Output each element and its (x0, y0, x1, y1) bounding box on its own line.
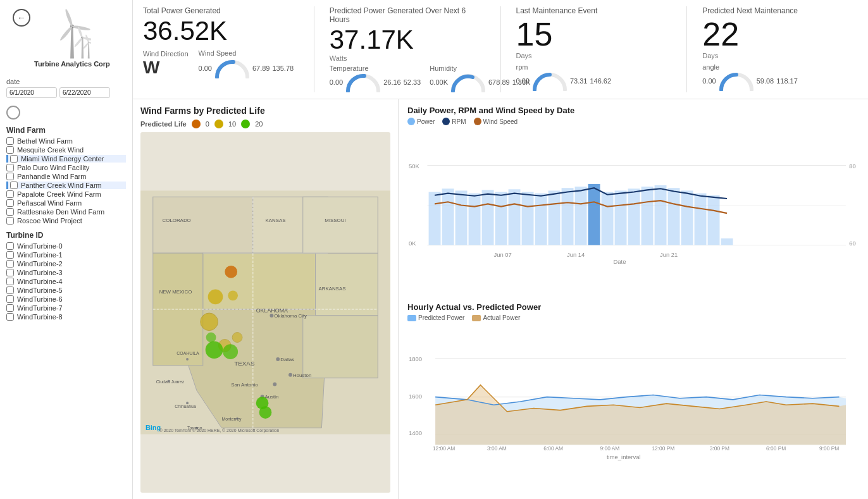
checkbox-bethel[interactable] (6, 137, 14, 145)
filter-label: Rattlesnake Den Wind Farm (17, 208, 104, 216)
temp-min: 0.00 (330, 78, 343, 86)
wind-speed-min: 0.00 (199, 65, 212, 72)
wind-farm-filter: Wind Farm Bethel Wind Farm Mesquite Cree… (0, 123, 132, 228)
humidity-current: 678.89 (488, 78, 510, 86)
checkbox-palo[interactable] (6, 164, 14, 171)
date-end-input[interactable] (59, 87, 110, 98)
svg-marker-5 (81, 39, 84, 58)
filter-turbine-4[interactable]: WindTurbine-4 (6, 278, 126, 285)
svg-text:12:00 PM: 12:00 PM (652, 445, 674, 452)
total-power-value: 36.52K (143, 18, 299, 44)
svg-text:Ciudad Juarez: Ciudad Juarez (156, 379, 185, 384)
legend-label-actual: Actual Power (483, 314, 520, 321)
svg-rect-84 (602, 192, 614, 245)
date-start-input[interactable] (6, 87, 57, 98)
filter-turbine-5[interactable]: WindTurbine-5 (6, 286, 126, 294)
wind-dir-label: Wind Direction (143, 50, 189, 58)
filter-turbine-1[interactable]: WindTurbine-1 (6, 251, 126, 259)
logo-area: ← (0, 5, 132, 75)
svg-point-3 (71, 25, 90, 31)
svg-rect-72 (442, 188, 454, 245)
checkbox-miami[interactable] (10, 155, 18, 163)
checkbox-turbine-7[interactable] (6, 304, 14, 312)
filter-label: Panther Creek Wind Farm (21, 182, 102, 189)
checkbox-papalote[interactable] (6, 190, 14, 198)
metrics-row: Total Power Generated 36.52K Wind Direct… (133, 0, 868, 99)
hourly-chart-legend: Predicted Power Actual Power (407, 314, 859, 321)
svg-text:Dallas: Dallas (280, 357, 294, 362)
filter-roscoe[interactable]: Roscoe Wind Project (6, 217, 126, 225)
filter-papalote[interactable]: Papalote Creek Wind Farm (6, 190, 126, 198)
checkbox-panhandle[interactable] (6, 173, 14, 180)
svg-text:Monterrey: Monterrey (221, 417, 242, 422)
legend-actual: Actual Power (472, 314, 520, 321)
legend-dot-10 (214, 120, 223, 128)
filter-palo[interactable]: Palo Duro Wind Facility (6, 164, 126, 171)
svg-text:1800: 1800 (409, 355, 422, 362)
checkbox-panther[interactable] (10, 182, 18, 189)
temp-label: Temperature (330, 65, 421, 72)
filter-turbine-7[interactable]: WindTurbine-7 (6, 304, 126, 312)
legend-swatch-actual (472, 315, 481, 321)
filter-panhandle[interactable]: Panhandle Wind Farm (6, 173, 126, 180)
windmill-icon (53, 9, 91, 59)
checkbox-turbine-5[interactable] (6, 286, 14, 294)
rpm-label: rpm (516, 63, 672, 71)
checkbox-penascal[interactable] (6, 199, 14, 207)
svg-text:3:00 AM: 3:00 AM (487, 445, 507, 452)
map-container[interactable]: OKLAHOMA TEXAS NEW MEXICO COLORADO KANSA… (140, 132, 390, 493)
checkbox-turbine-3[interactable] (6, 269, 14, 276)
checkbox-mesquite[interactable] (6, 146, 14, 154)
legend-title: Predicted Life (140, 120, 187, 128)
legend-label-0: 0 (206, 120, 209, 128)
filter-mesquite[interactable]: Mesquite Creek Wind (6, 146, 126, 154)
svg-text:9:00 PM: 9:00 PM (819, 445, 839, 452)
checkbox-rattlesnake[interactable] (6, 208, 14, 216)
svg-text:50K: 50K (409, 163, 419, 169)
temp-gauge (345, 72, 381, 92)
filter-turbine-8[interactable]: WindTurbine-8 (6, 313, 126, 321)
next-maintenance-value: 22 (702, 18, 858, 51)
svg-rect-82 (575, 187, 587, 245)
back-button[interactable]: ← (13, 9, 30, 27)
filter-turbine-2[interactable]: WindTurbine-2 (6, 260, 126, 268)
filter-bethel[interactable]: Bethel Wind Farm (6, 137, 126, 145)
svg-point-54 (201, 313, 218, 331)
angle-label: angle (702, 63, 858, 71)
filter-label: WindTurbine-7 (17, 304, 63, 312)
filter-label: Panhandle Wind Farm (17, 173, 86, 180)
svg-text:12:00 AM: 12:00 AM (433, 445, 455, 452)
svg-rect-81 (562, 188, 574, 245)
predicted-power-unit: Watts (330, 54, 485, 62)
filter-turbine-0[interactable]: WindTurbine-0 (6, 242, 126, 250)
filter-panther[interactable]: Panther Creek Wind Farm (6, 182, 126, 189)
rpm-min: 0.00 (516, 77, 530, 85)
svg-text:Oklahoma City: Oklahoma City (274, 313, 307, 319)
filter-turbine-6[interactable]: WindTurbine-6 (6, 295, 126, 303)
filter-miami[interactable]: Miami Wind Energy Center (6, 155, 126, 163)
filter-rattlesnake[interactable]: Rattlesnake Den Wind Farm (6, 208, 126, 216)
daily-chart-title: Daily Power, RPM and Wind Speed by Date (407, 106, 859, 115)
checkbox-turbine-6[interactable] (6, 295, 14, 303)
filter-turbine-3[interactable]: WindTurbine-3 (6, 269, 126, 276)
checkbox-turbine-1[interactable] (6, 251, 14, 259)
svg-text:COAHUILA: COAHUILA (177, 351, 199, 355)
svg-point-52 (208, 289, 223, 304)
svg-text:80: 80 (849, 163, 856, 169)
checkbox-turbine-2[interactable] (6, 260, 14, 268)
next-maintenance-unit: Days (702, 52, 858, 59)
checkbox-turbine-4[interactable] (6, 278, 14, 285)
checkbox-turbine-8[interactable] (6, 313, 14, 321)
legend-dot-windspeed (474, 118, 481, 125)
predicted-power-block: Predicted Power Generated Over Next 6 Ho… (330, 6, 485, 92)
radio-toggle[interactable] (6, 106, 20, 120)
humidity-min: 0.00K (430, 78, 448, 86)
filter-penascal[interactable]: Peñascal Wind Farm (6, 199, 126, 207)
charts-panel: Daily Power, RPM and Wind Speed by Date … (399, 99, 868, 499)
checkbox-roscoe[interactable] (6, 217, 14, 225)
next-maintenance-title: Predicted Next Maintenance (702, 6, 858, 15)
checkbox-turbine-0[interactable] (6, 242, 14, 250)
bottom-row: Wind Farms by Predicted Life Predicted L… (133, 99, 868, 499)
svg-rect-83 (588, 184, 600, 245)
daily-chart-area: 50K 0K 80 60 (407, 128, 859, 296)
